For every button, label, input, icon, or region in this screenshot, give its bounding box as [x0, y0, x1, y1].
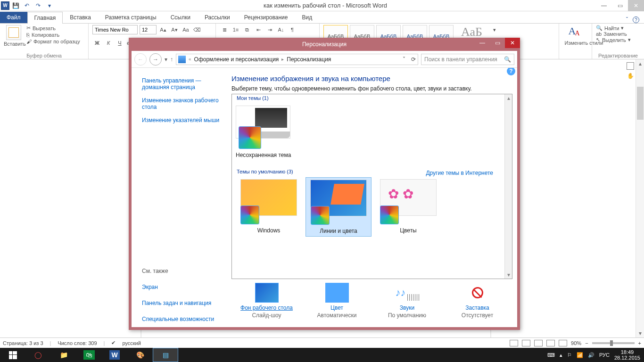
link-mouse-pointers[interactable]: Изменение указателей мыши: [142, 117, 224, 123]
qat-redo-icon[interactable]: ↷: [33, 1, 43, 10]
link-desktop-icons[interactable]: Изменение значков рабочего стола: [142, 97, 224, 110]
multilevel-icon[interactable]: ⧉: [242, 25, 252, 34]
nav-back-button[interactable]: ←: [134, 53, 147, 66]
tab-home[interactable]: Главная: [27, 12, 63, 24]
tab-mailings[interactable]: Рассылки: [198, 11, 237, 23]
word-minimize-button[interactable]: —: [596, 0, 612, 11]
status-word-count[interactable]: Число слов: 309: [58, 340, 97, 346]
ruler-toggle-icon[interactable]: [627, 62, 634, 70]
taskbar-app-paint[interactable]: 🎨: [127, 348, 153, 362]
replace-button[interactable]: abЗаменить: [596, 31, 631, 37]
word-maximize-button[interactable]: ▭: [612, 0, 628, 11]
crumb-dropdown-icon[interactable]: ˅: [403, 56, 405, 63]
cut-button[interactable]: ✂Вырезать: [26, 25, 80, 31]
status-language[interactable]: русский: [122, 340, 140, 346]
breadcrumb-personalization[interactable]: Персонализация: [287, 56, 331, 63]
status-zoom[interactable]: 90%: [571, 340, 581, 346]
tray-network-icon[interactable]: 📶: [577, 352, 583, 358]
tab-references[interactable]: Ссылки: [164, 11, 198, 23]
color-button[interactable]: Цвет Автоматически: [304, 283, 370, 319]
taskbar-app-opera[interactable]: ◯: [25, 348, 51, 362]
shrink-font-icon[interactable]: A▾: [170, 25, 179, 34]
view-outline-icon[interactable]: [546, 340, 555, 346]
scroll-up-icon[interactable]: ▴: [505, 94, 512, 102]
tab-view[interactable]: Вид: [295, 11, 319, 23]
link-ease-of-access[interactable]: Специальные возможности: [142, 316, 224, 322]
breadcrumb-appearance[interactable]: Оформление и персонализация: [194, 56, 279, 63]
theme-unsaved[interactable]: Несохраненная тема: [236, 106, 291, 158]
font-name-combo[interactable]: [92, 25, 138, 34]
word-close-button[interactable]: ✕: [628, 0, 644, 11]
numbering-icon[interactable]: 1≡: [231, 25, 240, 34]
qat-undo-icon[interactable]: ↶: [22, 1, 32, 10]
taskbar-app-explorer[interactable]: 📁: [51, 348, 76, 362]
tab-insert[interactable]: Вставка: [63, 11, 98, 23]
zoom-out-button[interactable]: −: [585, 340, 588, 346]
ribbon-collapse-icon[interactable]: ˇ: [626, 16, 628, 23]
vertical-scrollbar[interactable]: ▴ ▾: [636, 59, 644, 337]
font-size-combo[interactable]: [140, 25, 157, 34]
sounds-button[interactable]: ♪♪ Звуки По умолчанию: [374, 283, 440, 319]
tray-language[interactable]: РУС: [599, 352, 610, 358]
qat-customize-icon[interactable]: ▾: [44, 1, 55, 10]
clear-formatting-icon[interactable]: ⌫: [192, 25, 202, 34]
tray-volume-icon[interactable]: 🔊: [588, 352, 594, 358]
breadcrumb-bar[interactable]: « Оформление и персонализация ▸ Персонал…: [176, 54, 418, 65]
tab-review[interactable]: Рецензирование: [237, 11, 295, 23]
theme-lines-and-colors[interactable]: Линии и цвета: [305, 177, 372, 237]
pers-maximize-button[interactable]: ▭: [490, 38, 505, 48]
tab-file[interactable]: Файл: [0, 12, 27, 23]
sort-icon[interactable]: А↓: [276, 25, 286, 34]
nav-recent-icon[interactable]: ▾: [165, 56, 167, 63]
show-marks-icon[interactable]: ¶: [288, 25, 297, 34]
copy-button[interactable]: ⎘Копировать: [26, 32, 80, 38]
find-button[interactable]: 🔍Найти ▾: [596, 25, 631, 31]
link-online-themes[interactable]: Другие темы в Интернете: [426, 170, 493, 176]
view-print-layout-icon[interactable]: [510, 340, 518, 346]
personalization-titlebar[interactable]: Персонализация — ▭ ✕: [129, 38, 520, 51]
paste-button[interactable]: Вставить: [4, 25, 24, 47]
nav-up-icon[interactable]: ↑: [170, 56, 173, 63]
tray-up-icon[interactable]: ▴: [560, 352, 562, 358]
link-control-panel-home[interactable]: Панель управления — домашняя страница: [142, 77, 224, 90]
word-app-icon[interactable]: W: [1, 1, 9, 10]
zoom-slider[interactable]: [592, 342, 635, 344]
scroll-down-icon[interactable]: ▾: [636, 329, 644, 337]
pers-minimize-button[interactable]: —: [475, 38, 490, 48]
qat-save-icon[interactable]: 💾: [10, 1, 21, 10]
help-icon[interactable]: ?: [507, 68, 515, 75]
grow-font-icon[interactable]: A▴: [158, 25, 168, 34]
link-display[interactable]: Экран: [142, 284, 224, 290]
taskbar-app-store[interactable]: 🛍: [76, 348, 102, 362]
format-painter-button[interactable]: 🖌Формат по образцу: [26, 39, 80, 44]
theme-flowers[interactable]: Цветы: [375, 177, 441, 237]
increase-indent-icon[interactable]: ⇥: [265, 25, 274, 34]
themes-scrollbar[interactable]: ▴ ▾: [504, 94, 512, 279]
underline-button[interactable]: Ч: [115, 38, 124, 48]
scroll-thumb[interactable]: [637, 87, 644, 120]
pers-close-button[interactable]: ✕: [505, 38, 520, 48]
hand-icon[interactable]: ✋: [627, 73, 634, 79]
tray-keyboard-icon[interactable]: ⌨: [547, 352, 555, 358]
tab-page-layout[interactable]: Разметка страницы: [98, 11, 164, 23]
zoom-in-button[interactable]: +: [638, 340, 641, 346]
status-page[interactable]: Страница: 3 из 3: [3, 340, 43, 346]
view-fullscreen-icon[interactable]: [522, 340, 530, 346]
view-draft-icon[interactable]: [559, 340, 567, 346]
tray-flag-icon[interactable]: ⚐: [567, 352, 572, 358]
control-panel-search[interactable]: Поиск в панели управления 🔍: [421, 54, 514, 65]
desktop-background-button[interactable]: Фон рабочего стола Слайд-шоу: [234, 283, 300, 319]
bold-button[interactable]: Ж: [92, 38, 102, 48]
link-taskbar-nav[interactable]: Панель задач и навигация: [142, 300, 224, 306]
decrease-indent-icon[interactable]: ⇤: [254, 25, 263, 34]
nav-forward-button[interactable]: →: [149, 53, 162, 66]
view-web-icon[interactable]: [534, 340, 543, 346]
refresh-icon[interactable]: ⟳: [411, 56, 416, 63]
italic-button[interactable]: К: [104, 38, 113, 48]
change-styles-button[interactable]: AA Изменить стили: [565, 25, 586, 46]
start-button[interactable]: [0, 348, 25, 362]
proofing-icon[interactable]: ✔: [111, 340, 116, 346]
tray-clock[interactable]: 18:49 28.12.2015: [614, 349, 640, 361]
theme-windows[interactable]: Windows: [236, 177, 302, 237]
ribbon-help-icon[interactable]: ?: [633, 16, 639, 23]
